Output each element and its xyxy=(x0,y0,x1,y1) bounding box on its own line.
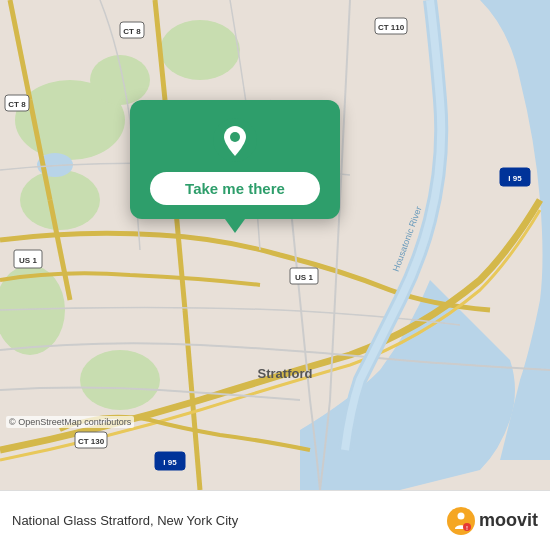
take-me-there-button[interactable]: Take me there xyxy=(150,172,320,205)
location-pin-icon xyxy=(213,118,257,162)
svg-point-3 xyxy=(160,20,240,80)
svg-text:I 95: I 95 xyxy=(508,174,522,183)
place-name: National Glass Stratford, New York City xyxy=(12,513,238,528)
moovit-label: moovit xyxy=(479,510,538,531)
svg-text:Stratford: Stratford xyxy=(258,366,313,381)
svg-text:US 1: US 1 xyxy=(295,273,313,282)
svg-text:I 95: I 95 xyxy=(163,458,177,467)
moovit-icon: ! xyxy=(447,507,475,535)
svg-text:CT 8: CT 8 xyxy=(123,27,141,36)
svg-text:CT 130: CT 130 xyxy=(78,437,105,446)
svg-point-35 xyxy=(447,507,475,535)
svg-text:CT 8: CT 8 xyxy=(8,100,26,109)
svg-point-4 xyxy=(20,170,100,230)
svg-text:CT 110: CT 110 xyxy=(378,23,405,32)
svg-point-36 xyxy=(457,512,464,519)
svg-text:!: ! xyxy=(466,525,468,531)
svg-point-34 xyxy=(230,132,240,142)
map-container: CT 8 CT 8 CT 110 I 95 US 1 US 1 CT 130 I… xyxy=(0,0,550,490)
svg-text:US 1: US 1 xyxy=(19,256,37,265)
copyright-text: © OpenStreetMap contributors xyxy=(6,416,134,428)
popup-card: Take me there xyxy=(130,100,340,219)
info-bar: National Glass Stratford, New York City … xyxy=(0,490,550,550)
moovit-logo: ! moovit xyxy=(447,507,538,535)
svg-point-6 xyxy=(80,350,160,410)
